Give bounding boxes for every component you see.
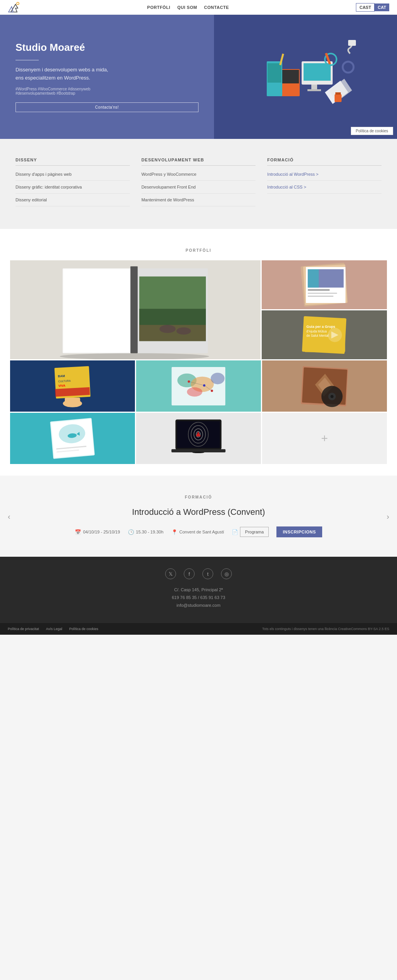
svg-point-58: [187, 387, 202, 397]
lang-cat[interactable]: CAT: [375, 3, 389, 11]
instagram-icon[interactable]: ◎: [221, 568, 232, 579]
formacio-meta: 📅 04/10/19 - 25/10/19 🕒 15.30 - 19.30h 📍…: [0, 526, 397, 537]
teal-book-illustration: [19, 417, 126, 460]
portfolio-item-teal-book[interactable]: [10, 413, 135, 464]
portfolio-item-map[interactable]: [136, 360, 261, 412]
nav-portfolio[interactable]: PORTFÒLI: [147, 4, 171, 10]
formacio-title: Introducció a WordPress (Convent): [0, 507, 397, 517]
book-illustration: [16, 260, 254, 359]
portfolio-grid: Guia per a Grups d'Ajuda Mútua de Salut …: [10, 260, 387, 464]
svg-rect-28: [139, 325, 206, 341]
services-section: DISSENY Disseny d'apps i pàgines web Dis…: [0, 139, 397, 229]
portfolio-section: PORTFÒLI: [0, 229, 397, 476]
svg-text:BAM: BAM: [58, 374, 65, 378]
programa-button[interactable]: Programa: [240, 527, 269, 537]
map-illustration: [142, 363, 255, 409]
main-nav: PORTFÒLI QUI SOM CONTACTE: [147, 4, 229, 10]
tumblr-icon[interactable]: t: [202, 568, 213, 579]
portfolio-row1: Guia per a Grups d'Ajuda Mútua de Salut …: [10, 260, 387, 359]
formacio-dates: 📅 04/10/19 - 25/10/19: [75, 529, 120, 535]
portfolio-item-book[interactable]: [10, 260, 261, 359]
legal-link[interactable]: Avís Legal: [46, 627, 62, 631]
portfolio-plus-button[interactable]: +: [262, 413, 387, 464]
svg-point-88: [192, 452, 204, 453]
portfolio-item-vinyl[interactable]: [262, 360, 387, 412]
logo-icon: [8, 1, 20, 14]
clock-icon: 🕒: [128, 529, 134, 535]
svg-rect-4: [304, 63, 331, 81]
document-icon: 📄: [232, 529, 238, 535]
svg-rect-6: [307, 89, 321, 91]
service-item: Disseny editorial: [16, 197, 130, 206]
location-icon: 📍: [171, 529, 178, 535]
service-title-disseny: DISSENY: [16, 158, 130, 166]
footer-bottom: Política de privacitat Avís Legal Políti…: [0, 623, 397, 635]
svg-rect-29: [131, 267, 138, 353]
service-item: WordPress y WooCommerce: [142, 172, 256, 181]
formacio-programa[interactable]: 📄 Programa: [232, 527, 269, 537]
portfolio-item-yellow[interactable]: Guia per a Grups d'Ajuda Mútua de Salut …: [262, 310, 387, 359]
service-item: Disseny gràfic: identitat corporativa: [16, 185, 130, 194]
portfolio-item-laptop[interactable]: [136, 413, 261, 464]
footer-main: 𝕏 f t ◎ C/. Casp 145, Principal 2ª 619 7…: [0, 557, 397, 623]
nav-contacte[interactable]: CONTACTE: [204, 4, 229, 10]
poster-illustration: BAM CULTURA VIVA: [16, 363, 129, 409]
hero-right: Política de cookies: [214, 15, 397, 139]
footer: 𝕏 f t ◎ C/. Casp 145, Principal 2ª 619 7…: [0, 557, 397, 635]
svg-rect-35: [308, 289, 330, 291]
service-col-disseny: DISSENY Disseny d'apps i pàgines web Dis…: [16, 158, 130, 210]
hero-title: Studio Moareé: [16, 42, 198, 54]
svg-rect-16: [335, 94, 342, 102]
cookies-link[interactable]: Política de cookies: [69, 627, 98, 631]
footer-social: 𝕏 f t ◎: [8, 568, 389, 579]
service-col-web: DESENVOLUPAMENT WEB WordPress y WooComme…: [142, 158, 256, 210]
svg-rect-36: [308, 293, 337, 294]
carousel-next-button[interactable]: ›: [387, 512, 389, 521]
service-title-formacio: FORMACIÓ: [267, 158, 381, 166]
hero-illustration: [247, 30, 364, 123]
svg-point-19: [345, 64, 351, 70]
facebook-icon[interactable]: f: [184, 568, 195, 579]
privacy-link[interactable]: Política de privacitat: [8, 627, 39, 631]
svg-point-61: [211, 390, 213, 392]
portfolio-row3: +: [10, 413, 387, 464]
svg-rect-37: [308, 296, 333, 297]
svg-rect-53: [65, 398, 80, 405]
pink-cover-illustration: [268, 263, 381, 306]
cookies-bar[interactable]: Política de cookies: [351, 127, 393, 135]
portfolio-right-stack: Guia per a Grups d'Ajuda Mútua de Salut …: [262, 260, 387, 359]
lang-cast[interactable]: CAST: [356, 3, 375, 12]
formacio-time: 🕒 15.30 - 19.30h: [128, 529, 164, 535]
nav-qui-som[interactable]: QUI SOM: [177, 4, 197, 10]
svg-rect-5: [311, 85, 317, 89]
laptop-illustration: [142, 416, 255, 462]
inscripcions-button[interactable]: INSCRIPCIONS: [276, 526, 322, 537]
formacio-location: 📍 Convent de Sant Agustí: [171, 529, 224, 535]
portfolio-item-pink[interactable]: [262, 260, 387, 309]
logo[interactable]: [8, 1, 20, 14]
hero-description: Dissenyem i desenvolupem webs a mida, en…: [16, 66, 116, 82]
svg-rect-22: [64, 269, 131, 352]
hero-left: Studio Moareé Dissenyem i desenvolupem w…: [0, 15, 214, 139]
twitter-icon[interactable]: 𝕏: [165, 568, 176, 579]
portfolio-item-poster[interactable]: BAM CULTURA VIVA: [10, 360, 135, 412]
calendar-icon: 📅: [75, 529, 81, 535]
svg-rect-20: [348, 40, 356, 46]
svg-text:VIVA: VIVA: [59, 384, 66, 388]
footer-address: C/. Casp 145, Principal 2ª 619 76 85 35 …: [8, 586, 389, 609]
portfolio-label: PORTFÒLI: [0, 248, 397, 253]
svg-rect-10: [268, 63, 281, 83]
carousel-prev-button[interactable]: ‹: [8, 512, 10, 521]
service-col-formacio: FORMACIÓ Introducció al WordPress > Intr…: [267, 158, 381, 210]
service-title-web: DESENVOLUPAMENT WEB: [142, 158, 256, 166]
header: PORTFÒLI QUI SOM CONTACTE CAST CAT: [0, 0, 397, 15]
service-item-link[interactable]: Introducció al CSS >: [267, 185, 381, 194]
svg-point-30: [60, 353, 209, 359]
svg-text:d'Ajuda Mútua: d'Ajuda Mútua: [307, 330, 327, 333]
service-item: Desenvolupament Front End: [142, 185, 256, 194]
vinyl-illustration: [271, 364, 378, 408]
hero-cta-button[interactable]: Contacta'ns!: [16, 102, 198, 112]
service-item-link[interactable]: Introducció al WordPress >: [267, 172, 381, 181]
service-item: Manteniment de WordPress: [142, 197, 256, 206]
svg-marker-1: [9, 7, 13, 12]
